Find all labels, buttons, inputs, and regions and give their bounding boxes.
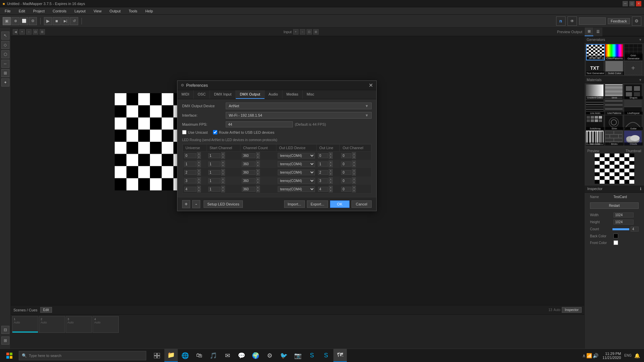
interface-select[interactable]: Wi-Fi - 192.168.1.54 ▼ [226,112,372,119]
input-full[interactable]: ⊡ [307,29,312,35]
clock[interactable]: 11:29 PM 11/21/2020 [602,352,621,360]
loop-button[interactable]: ↺ [70,17,78,25]
cue-item-2[interactable]: 2 Auto [39,316,65,333]
tool-shape3[interactable]: ↔ [1,60,9,68]
mat-siren[interactable]: Siren [605,115,624,130]
mat-linerepeat[interactable]: LineRepeat [624,100,643,115]
inspector-height-input[interactable] [613,220,634,225]
inspector-count-input[interactable] [631,227,639,232]
export-button[interactable]: Export... [307,200,328,208]
task-view-button[interactable] [150,349,164,362]
mat-gradient[interactable]: Gradient Colo... [586,84,604,99]
cue-item-4[interactable]: 4 Auto [93,316,119,333]
menu-controls[interactable]: Controls [51,8,68,14]
tool-select[interactable]: ▣ [3,17,11,25]
menu-edit[interactable]: Edit [17,8,27,14]
gen-textgenerator[interactable]: TXT Text Generator [586,61,605,75]
setup-led-button[interactable]: Setup LED Devices [204,200,243,208]
skype2-taskbar-button[interactable]: S [319,349,333,362]
menu-help[interactable]: Help [143,8,155,14]
gen-solidcolor[interactable]: Solid Color [605,61,624,75]
back-color-swatch[interactable] [613,234,618,238]
app1-taskbar-button[interactable]: 🐦 [277,349,290,362]
whatsapp-taskbar-button[interactable]: 💬 [235,349,248,362]
cue-item-1[interactable]: 1 Auto [12,316,38,333]
menu-project[interactable]: Project [31,8,47,14]
menu-layout[interactable]: Layout [72,8,88,14]
tab-dmx-output[interactable]: DMX Output [236,90,265,99]
use-unicast-checkbox[interactable] [182,130,186,134]
remove-row-button[interactable]: - [192,200,200,208]
tab-audio[interactable]: Audio [265,90,282,99]
gen-testcard[interactable]: Test Card [586,44,605,60]
mat-guitar[interactable]: Guitar [624,115,643,130]
panel-arrow-left[interactable]: ◀ [13,29,18,35]
play-button[interactable]: ▶ [44,17,52,25]
mail-taskbar-button[interactable]: ✉ [221,349,234,362]
tool-pointer[interactable]: ↖ [1,32,9,40]
front-color-swatch[interactable] [613,240,618,245]
dialog-close-button[interactable]: ✕ [369,82,373,88]
inspector-width-input[interactable] [613,213,634,218]
panel-expand[interactable]: ⊞ [40,29,45,35]
menu-tools[interactable]: Tools [127,8,140,14]
gear-icon[interactable]: ⚙ [632,16,641,26]
input-grid[interactable]: ⊞ [313,29,319,35]
settings-taskbar-button[interactable]: ⚙ [263,349,276,362]
mat-solidarray[interactable]: SolidArray [586,115,604,130]
tool-shape4[interactable]: ⊞ [1,69,9,77]
mat-strob[interactable]: Strob [605,84,624,99]
tool-move[interactable]: ⊕ [11,17,19,25]
mat-barcode[interactable]: Bar Code [586,131,604,145]
tool-shape2[interactable]: ⬡ [1,50,9,58]
tab-osc[interactable]: OSC [194,90,210,99]
tab-misc[interactable]: Misc [303,90,318,99]
performance-input[interactable] [579,17,606,25]
count-progress-bar[interactable] [612,228,629,230]
tool-output2[interactable]: ⊞ [1,337,9,345]
step-button[interactable]: ▶| [61,17,69,25]
input-add[interactable]: + [293,29,299,35]
tool-output[interactable]: ⊟ [1,326,9,334]
dmx-device-select[interactable]: ArtNet ▼ [226,103,372,109]
app2-taskbar-button[interactable]: 📷 [291,349,305,362]
tool-shape5[interactable]: ✦ [1,78,9,86]
skype1-taskbar-button[interactable]: S [305,349,319,362]
gen-colorpatterns[interactable]: ColorPatterns [605,44,624,60]
tab-dmx-input[interactable]: DMX Input [210,90,236,99]
cancel-button[interactable]: Cancel [352,200,372,208]
maximize-button[interactable]: □ [629,1,635,6]
input-minus[interactable]: − [300,29,305,35]
fps-input[interactable] [226,121,293,127]
menu-file[interactable]: File [3,8,13,14]
mat-bricks[interactable]: Bricks [605,131,624,145]
gen-gridgenerator[interactable]: Grid-Generator [625,44,643,60]
tool-quad[interactable]: ⬜ [20,17,28,25]
panel-fit[interactable]: ⊡ [33,29,38,35]
music-taskbar-button[interactable]: 🎵 [207,349,220,362]
edit-button[interactable]: Edit [40,307,52,313]
inspector-info-icon[interactable]: ℹ [640,187,641,191]
panel-minus[interactable]: − [26,29,32,35]
panel-add[interactable]: + [19,29,25,35]
tool-settings[interactable]: ⚙ [29,17,37,25]
search-box[interactable]: 🔍 Type here to search [19,351,146,360]
gen-add-button[interactable]: + [625,61,642,75]
restart-button[interactable]: Restart [590,202,639,209]
edge-taskbar-button[interactable]: 🌐 [178,349,192,362]
eye-icon[interactable]: 👁 [568,16,577,26]
tab-medias[interactable]: Medias [282,90,303,99]
route-artnet-checkbox[interactable] [213,130,217,134]
generators-header[interactable]: Generators ▼ [585,36,644,43]
tool-shape1[interactable]: ◇ [1,41,9,49]
route-artnet-label[interactable]: Route ArtNet to USB LED devices [213,130,274,134]
materials-header[interactable]: Materials ▼ [585,76,644,83]
tray-network[interactable]: 📶 [586,353,592,358]
start-button[interactable] [1,349,17,362]
madmapper-taskbar-button[interactable]: 🗺 [333,349,347,362]
notion-icon[interactable]: n [556,16,566,26]
store-taskbar-button[interactable]: 🛍 [193,349,206,362]
mat-lineanim[interactable]: Line Anim [586,100,604,115]
import-button[interactable]: Import... [284,200,305,208]
add-row-button[interactable]: + [182,200,190,208]
